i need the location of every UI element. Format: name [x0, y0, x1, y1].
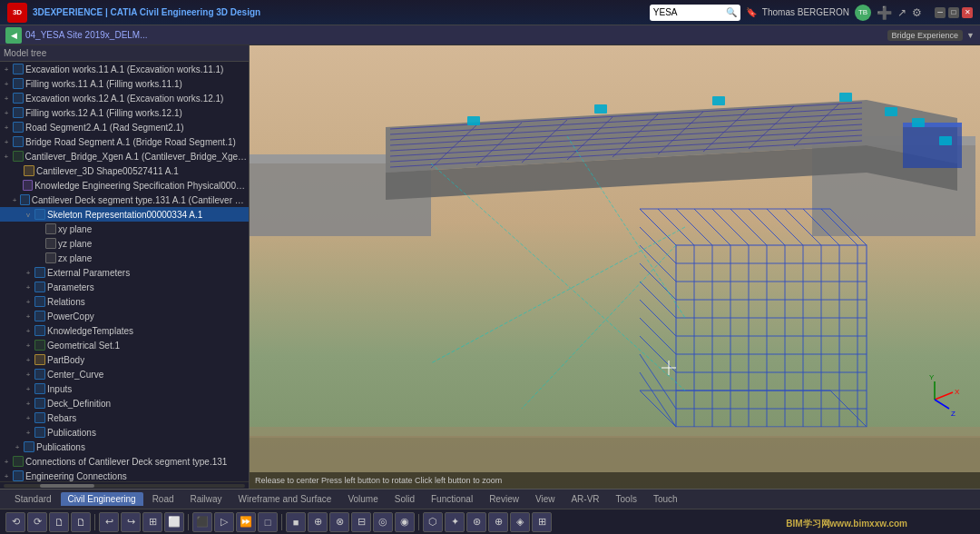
toolbar-button-9[interactable]: ▷ [214, 512, 234, 532]
toolbar-button-18[interactable]: ⬡ [423, 512, 443, 532]
expand-icon[interactable]: + [24, 327, 33, 335]
tree-item[interactable]: +Excavation works.12 A.1 (Excavation wor… [0, 91, 249, 105]
tree-item[interactable]: +Parameters [0, 280, 249, 294]
toolbar-button-21[interactable]: ⊕ [488, 512, 508, 532]
toolbar-button-10[interactable]: ⏩ [236, 512, 256, 532]
close-button[interactable]: ✕ [962, 7, 973, 18]
expand-icon[interactable]: + [11, 196, 18, 204]
expand-icon[interactable]: + [2, 94, 11, 103]
settings-icon[interactable]: ⚙ [912, 6, 922, 19]
tree-item[interactable]: xy plane [0, 222, 249, 236]
expand-icon[interactable]: + [2, 153, 11, 161]
expand-icon[interactable]: + [24, 385, 33, 393]
toolbar-button-16[interactable]: ◎ [373, 512, 393, 532]
tree-list[interactable]: +Excavation works.11 A.1 (Excavation wor… [0, 62, 249, 481]
tree-item[interactable]: +PartBody [0, 352, 249, 367]
expand-icon[interactable]: v [24, 211, 33, 219]
toolbar-button-23[interactable]: ⊞ [532, 512, 552, 532]
toolbar-button-15[interactable]: ⊟ [351, 512, 371, 532]
expand-icon[interactable]: + [2, 458, 11, 466]
tree-item[interactable]: +Publications [0, 440, 249, 454]
nav-back-icon[interactable]: ◀ [5, 27, 22, 44]
tab-volume[interactable]: Volume [340, 492, 385, 506]
tree-item[interactable]: +Connections of Cantilever Deck segment … [0, 454, 249, 469]
share-icon[interactable]: ↗ [897, 6, 906, 19]
expand-icon[interactable]: + [24, 371, 33, 379]
toolbar-button-1[interactable]: ⟳ [27, 512, 47, 532]
search-bar[interactable]: 🔍 [650, 5, 740, 21]
tab-review[interactable]: Review [482, 492, 526, 506]
tab-railway[interactable]: Railway [183, 492, 230, 506]
tab-road[interactable]: Road [145, 492, 181, 506]
toolbar-button-11[interactable]: □ [258, 512, 278, 532]
viewport-3d[interactable]: X Y Z Release to center Press left butto… [250, 45, 980, 489]
expand-icon[interactable]: + [2, 138, 11, 146]
expand-icon[interactable]: + [24, 414, 33, 422]
toolbar-button-6[interactable]: ⊞ [142, 512, 162, 532]
expand-icon[interactable]: + [24, 283, 33, 292]
tab-standard[interactable]: Standard [7, 492, 59, 506]
tree-item[interactable]: Knowledge Engineering Specification Phys… [0, 178, 249, 193]
toolbar-button-14[interactable]: ⊗ [329, 512, 349, 532]
tree-item[interactable]: +Filling works.12 A.1 (Filling works.12.… [0, 105, 249, 120]
search-input[interactable] [653, 7, 726, 17]
tab-functional[interactable]: Functional [424, 492, 480, 506]
bookmark-icon[interactable]: 🔖 [746, 7, 757, 17]
tree-item[interactable]: +Publications [0, 425, 249, 440]
toolbar-button-5[interactable]: ↪ [121, 512, 141, 532]
tree-item[interactable]: +Relations [0, 294, 249, 309]
toolbar-button-4[interactable]: ↩ [99, 512, 119, 532]
toolbar-button-2[interactable]: 🗋 [49, 512, 69, 532]
toolbar-button-13[interactable]: ⊕ [308, 512, 328, 532]
toolbar-button-19[interactable]: ✦ [445, 512, 465, 532]
tree-item[interactable]: +Geometrical Set.1 [0, 338, 249, 352]
tree-item[interactable]: zx plane [0, 251, 249, 265]
toolbar-button-7[interactable]: ⬜ [164, 512, 184, 532]
tab-wireframe-and-surface[interactable]: Wireframe and Surface [231, 492, 339, 506]
toolbar-button-3[interactable]: 🗋 [71, 512, 91, 532]
expand-icon[interactable]: + [2, 109, 11, 117]
tree-item[interactable]: +Deck_Definition [0, 396, 249, 410]
expand-icon[interactable]: + [13, 443, 22, 451]
tree-item[interactable]: +External Parameters [0, 265, 249, 280]
expand-icon[interactable]: + [24, 298, 33, 306]
tree-item[interactable]: +PowerCopy [0, 309, 249, 323]
toolbar-button-12[interactable]: ■ [286, 512, 306, 532]
tree-item[interactable]: vSkeleton Representation00000334 A.1 [0, 207, 249, 222]
tree-item[interactable]: +Cantilever_Bridge_Xgen A.1 (Cantilever_… [0, 149, 249, 163]
tab-ar-vr[interactable]: AR-VR [564, 492, 606, 506]
toolbar-button-20[interactable]: ⊛ [466, 512, 486, 532]
bottom-tabs[interactable]: StandardCivil EngineeringRoadRailwayWire… [0, 489, 980, 509]
minimize-button[interactable]: ─ [935, 7, 946, 18]
tree-item[interactable]: +Bridge Road Segment A.1 (Bridge Road Se… [0, 134, 249, 149]
toolbar-button-8[interactable]: ⬛ [192, 512, 212, 532]
tab-touch[interactable]: Touch [646, 492, 685, 506]
tab-solid[interactable]: Solid [387, 492, 422, 506]
tree-item[interactable]: +Inputs [0, 381, 249, 396]
tree-item[interactable]: yz plane [0, 236, 249, 251]
expand-icon[interactable]: + [24, 400, 33, 408]
expand-icon[interactable]: + [24, 341, 33, 350]
expand-icon[interactable]: + [24, 269, 33, 277]
maximize-button[interactable]: □ [948, 7, 959, 18]
expand-icon[interactable]: + [2, 80, 11, 88]
tree-item[interactable]: Cantilever_3D Shape00527411 A.1 [0, 163, 249, 178]
tab-view[interactable]: View [528, 492, 563, 506]
tree-item[interactable]: +Excavation works.11 A.1 (Excavation wor… [0, 62, 249, 76]
exp-chevron-icon[interactable]: ▼ [966, 31, 975, 40]
expand-icon[interactable]: + [24, 356, 33, 364]
expand-icon[interactable]: + [2, 65, 11, 74]
horizontal-scrollbar[interactable] [0, 481, 249, 489]
tree-item[interactable]: +Road Segment2.A.1 (Rad Segment2.1) [0, 120, 249, 134]
tab-tools[interactable]: Tools [609, 492, 644, 506]
add-icon[interactable]: ➕ [877, 5, 892, 20]
expand-icon[interactable]: + [2, 124, 11, 132]
expand-icon[interactable]: + [24, 312, 33, 321]
tree-item[interactable]: +Center_Curve [0, 367, 249, 381]
tree-item[interactable]: +Cantilever Deck segment type.131 A.1 (C… [0, 193, 249, 207]
tree-item[interactable]: +Rebars [0, 410, 249, 425]
tree-item[interactable]: +Engineering Connections [0, 469, 249, 481]
tree-item[interactable]: +KnowledgeTemplates [0, 323, 249, 338]
toolbar-button-17[interactable]: ◉ [395, 512, 415, 532]
scrollbar-thumb[interactable] [40, 484, 94, 488]
